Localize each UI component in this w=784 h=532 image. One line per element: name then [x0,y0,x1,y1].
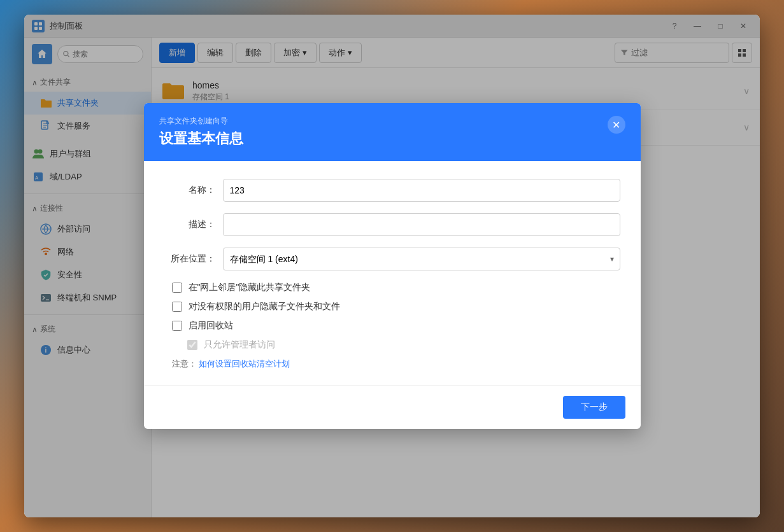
admin-only-label: 只允许管理者访问 [204,339,275,351]
main-window: 控制面板 ? — □ ✕ [24,15,760,517]
recycle-label[interactable]: 启用回收站 [189,320,233,332]
modal-title: 设置基本信息 [159,129,243,148]
checkbox-row-recycle: 启用回收站 [164,320,620,332]
note-row: 注意： 如何设置回收站清空计划 [164,358,620,370]
hide-network-label[interactable]: 在"网上邻居"隐藏此共享文件夹 [189,282,311,293]
name-label: 名称： [164,185,215,196]
note-link[interactable]: 如何设置回收站清空计划 [199,359,290,368]
name-input[interactable] [223,179,620,202]
recycle-checkbox[interactable] [172,321,182,331]
hide-subfolders-checkbox[interactable] [172,302,182,312]
location-row: 所在位置： 存储空间 1 (ext4) ▾ [164,248,620,270]
admin-only-checkbox[interactable] [187,340,197,350]
desc-row: 描述： [164,213,620,236]
note-prefix: 注意： [172,359,197,368]
modal-dialog: 共享文件夹创建向导 设置基本信息 ✕ 名称： 描述： [144,103,641,429]
modal-footer: 下一步 [144,385,641,429]
modal-close-button[interactable]: ✕ [608,116,625,134]
name-row: 名称： [164,179,620,202]
next-button[interactable]: 下一步 [563,396,625,419]
modal-overlay: 共享文件夹创建向导 设置基本信息 ✕ 名称： 描述： [24,15,760,517]
location-label: 所在位置： [164,253,215,265]
checkbox-row-hide-network: 在"网上邻居"隐藏此共享文件夹 [164,282,620,293]
hide-subfolders-label[interactable]: 对没有权限的用户隐藏子文件夹和文件 [189,301,340,312]
desc-input[interactable] [223,213,620,236]
modal-header-content: 共享文件夹创建向导 设置基本信息 [159,116,243,148]
location-select-wrapper: 存储空间 1 (ext4) ▾ [223,248,620,270]
modal-body: 名称： 描述： 所在位置： 存储空间 1 (ext4) ▾ [144,161,641,385]
modal-header: 共享文件夹创建向导 设置基本信息 ✕ [144,103,641,161]
modal-subtitle: 共享文件夹创建向导 [159,116,243,127]
desc-label: 描述： [164,219,215,230]
checkbox-row-hide-subfolders: 对没有权限的用户隐藏子文件夹和文件 [164,301,620,312]
checkbox-row-admin-only: 只允许管理者访问 [164,339,620,351]
hide-network-checkbox[interactable] [172,283,182,293]
location-select[interactable]: 存储空间 1 (ext4) [223,248,620,270]
